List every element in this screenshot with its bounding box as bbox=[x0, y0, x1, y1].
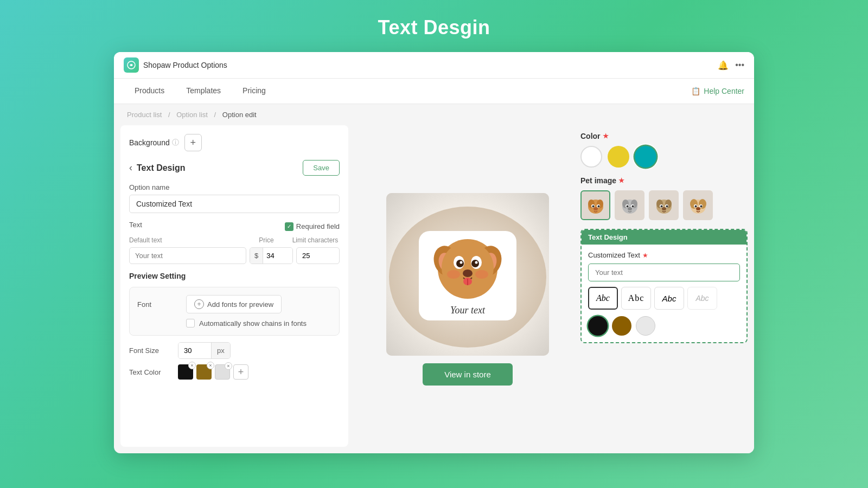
back-button[interactable]: ‹ bbox=[129, 162, 132, 174]
col-headers: Default text Price Limit characters bbox=[129, 236, 340, 244]
add-color-button[interactable]: + bbox=[233, 364, 248, 380]
customized-text-label-text: Customized Text bbox=[588, 251, 640, 259]
view-in-store-button[interactable]: View in store bbox=[423, 363, 513, 386]
title-bar: Shopaw Product Options 🔔 ••• bbox=[114, 52, 754, 79]
svg-point-51 bbox=[700, 205, 702, 207]
text-label: Text bbox=[129, 221, 142, 229]
font-option-3[interactable]: Abc bbox=[654, 287, 684, 310]
pet-images bbox=[580, 190, 748, 220]
px-label: px bbox=[211, 343, 230, 358]
color-option-white[interactable] bbox=[580, 146, 602, 168]
color-required-star: ★ bbox=[603, 132, 609, 140]
svg-point-43 bbox=[666, 205, 668, 207]
text-design-header: ‹ Text Design Save bbox=[129, 160, 340, 176]
pet-img-3[interactable] bbox=[649, 190, 679, 220]
add-fonts-button[interactable]: + Add fonts for preview bbox=[186, 295, 282, 313]
color-option-yellow[interactable] bbox=[608, 146, 629, 168]
page-title: Text Desgin bbox=[378, 16, 490, 39]
add-fonts-icon: + bbox=[194, 299, 204, 309]
svg-point-17 bbox=[475, 270, 488, 279]
help-center-label: Help Center bbox=[704, 87, 744, 95]
add-background-button[interactable]: + bbox=[184, 134, 202, 151]
pet-image-section: Pet image ★ bbox=[580, 176, 748, 220]
app-icon bbox=[124, 57, 139, 73]
background-info-icon: ⓘ bbox=[172, 138, 179, 147]
svg-point-14 bbox=[475, 261, 478, 264]
color-opt-black[interactable] bbox=[588, 316, 608, 336]
nav-products[interactable]: Products bbox=[124, 79, 175, 104]
color-swatch-1[interactable]: × bbox=[178, 364, 193, 380]
font-row: Font + Add fonts for preview bbox=[137, 295, 331, 313]
remove-color-1[interactable]: × bbox=[188, 362, 196, 369]
text-design-card-body: Customized Text ★ Abc Abc Abc bbox=[582, 245, 746, 342]
text-preview-input[interactable] bbox=[588, 264, 740, 281]
color-swatches: × × × + bbox=[178, 364, 248, 380]
dollar-sign: $ bbox=[250, 248, 263, 264]
pet-img-4[interactable] bbox=[683, 190, 713, 220]
font-option-3-label: Abc bbox=[662, 294, 676, 303]
breadcrumb-option-list[interactable]: Option list bbox=[176, 111, 208, 119]
color-opt-brown[interactable] bbox=[612, 316, 631, 336]
nav-pricing[interactable]: Pricing bbox=[232, 79, 277, 104]
more-icon[interactable]: ••• bbox=[735, 60, 744, 70]
pet-img-2[interactable] bbox=[615, 190, 644, 220]
color-opt-light[interactable] bbox=[636, 316, 655, 336]
svg-point-8 bbox=[442, 242, 494, 294]
color-section-label: Color ★ bbox=[580, 132, 748, 140]
svg-point-27 bbox=[597, 205, 599, 207]
svg-point-44 bbox=[662, 207, 666, 210]
background-row: Background ⓘ + bbox=[129, 134, 340, 151]
svg-point-26 bbox=[592, 205, 594, 207]
help-center-link[interactable]: 📋 Help Center bbox=[691, 87, 744, 95]
font-option-1[interactable]: Abc bbox=[588, 287, 618, 310]
required-checkbox[interactable]: ✓ bbox=[285, 222, 293, 231]
color-option-teal[interactable] bbox=[635, 146, 656, 168]
breadcrumb-option-edit: Option edit bbox=[222, 111, 257, 119]
font-option-4[interactable]: Abc bbox=[687, 287, 717, 310]
font-option-2-label: Abc bbox=[628, 293, 644, 303]
svg-point-36 bbox=[628, 207, 632, 210]
color-options-row bbox=[588, 316, 740, 336]
title-bar-right: 🔔 ••• bbox=[718, 60, 744, 70]
option-name-input[interactable] bbox=[129, 195, 340, 213]
app-window: Shopaw Product Options 🔔 ••• Products Te… bbox=[114, 52, 754, 453]
col-limit: Limit characters bbox=[291, 236, 340, 244]
save-button[interactable]: Save bbox=[303, 160, 340, 176]
nav-templates[interactable]: Templates bbox=[175, 79, 232, 104]
color-swatch-2[interactable]: × bbox=[196, 364, 212, 380]
svg-point-50 bbox=[694, 205, 697, 207]
font-option-4-label: Abc bbox=[695, 294, 709, 303]
remove-color-3[interactable]: × bbox=[225, 362, 232, 370]
font-option-2[interactable]: Abc bbox=[621, 287, 651, 310]
font-size-row: Font Size px bbox=[129, 342, 340, 359]
preview-setting-box: Font + Add fonts for preview Automatical… bbox=[129, 287, 340, 336]
breadcrumb-product-list[interactable]: Product list bbox=[127, 111, 162, 119]
background-text: Background bbox=[129, 138, 170, 147]
auto-show-row: Automatically show chains in fonts bbox=[186, 319, 331, 328]
pet-image-label: Pet image ★ bbox=[580, 176, 748, 185]
font-option-1-label: Abc bbox=[596, 293, 610, 303]
auto-show-checkbox[interactable] bbox=[186, 319, 195, 328]
product-image: Your text bbox=[386, 193, 549, 356]
pet-img-1[interactable] bbox=[580, 190, 610, 220]
default-text-input[interactable] bbox=[129, 247, 246, 264]
remove-color-2[interactable]: × bbox=[207, 362, 214, 369]
font-options: Abc Abc Abc Abc bbox=[588, 287, 740, 310]
color-options bbox=[580, 146, 748, 168]
text-inputs-row: $ bbox=[129, 247, 340, 264]
svg-point-12 bbox=[471, 260, 479, 267]
color-label-text: Color bbox=[580, 132, 601, 140]
color-swatch-3[interactable]: × bbox=[215, 364, 230, 380]
preview-setting-label: Preview Setting bbox=[129, 272, 340, 280]
text-design-card: Text Design Customized Text ★ Abc Abc bbox=[580, 229, 748, 343]
bell-icon[interactable]: 🔔 bbox=[718, 60, 729, 70]
limit-input[interactable] bbox=[296, 247, 340, 264]
font-size-label: Font Size bbox=[129, 346, 173, 355]
price-input[interactable] bbox=[263, 248, 292, 264]
svg-point-13 bbox=[460, 261, 463, 264]
background-label: Background ⓘ bbox=[129, 138, 179, 147]
svg-text:Your text: Your text bbox=[450, 305, 486, 316]
text-section: Text ✓ Required field Default text Price… bbox=[129, 221, 340, 264]
col-price: Price bbox=[242, 236, 291, 244]
font-size-input[interactable] bbox=[178, 343, 211, 358]
